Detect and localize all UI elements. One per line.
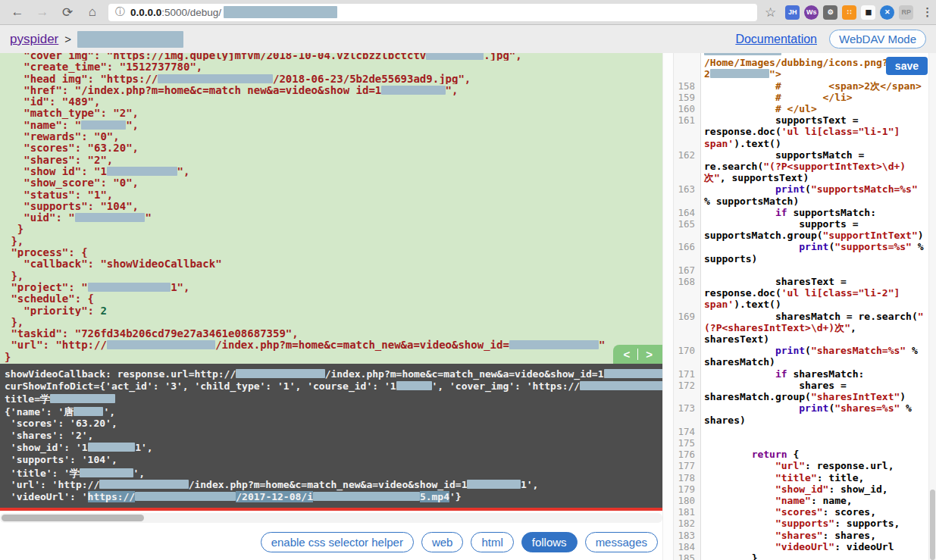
line-number: 174 (674, 426, 701, 437)
code-text[interactable] (701, 264, 936, 276)
rp-extension-icon[interactable]: RP (899, 5, 913, 20)
line-number: 167 (674, 264, 701, 276)
back-icon[interactable]: ← (10, 5, 25, 20)
code-text[interactable]: "show_id": show_id, (701, 483, 936, 495)
home-icon[interactable]: ⌂ (85, 5, 100, 20)
code-line: 177 "url": response.url, (674, 460, 936, 471)
code-line: 184 "videoUrl": videoUrl (674, 541, 936, 552)
line-number: 163 (674, 183, 701, 206)
code-text[interactable] (701, 426, 936, 437)
tab-follows[interactable]: follows (521, 532, 578, 552)
run-output-console[interactable]: showVideoCallback: response.url=http:///… (0, 364, 662, 508)
browser-menu-icon[interactable]: ⋮ (922, 5, 933, 19)
editor-code[interactable]: /Home/Images/dubbing/icons.png?2">158 # … (674, 53, 936, 560)
line-number: 180 (674, 495, 701, 506)
redacted-project-name (77, 31, 183, 48)
code-text[interactable]: "name": name, (701, 495, 936, 506)
task-json-line: "taskid": "726fd34b206cd79e27a3461e08687… (5, 327, 662, 339)
console-line: 'supports': '104', (5, 454, 662, 466)
code-text[interactable] (701, 437, 936, 449)
code-text[interactable]: sharesText = response.doc('ul li[class="… (701, 276, 936, 311)
task-json-line: } (5, 351, 662, 362)
code-line: 167 (674, 264, 936, 276)
code-text[interactable]: supportsText = response.doc('ul li[class… (701, 114, 936, 149)
editor-scroll-thumb[interactable] (930, 490, 935, 560)
save-button[interactable]: save (886, 57, 928, 75)
redacted-text (704, 53, 781, 55)
line-number: 159 (674, 92, 701, 103)
bookmark-star-icon[interactable]: ☆ (765, 5, 776, 20)
documentation-link[interactable]: Documentation (735, 33, 817, 46)
code-line: 164 if supportsMatch: (674, 207, 936, 218)
line-number: 179 (674, 483, 701, 495)
code-text[interactable]: "videoUrl": videoUrl (701, 541, 936, 552)
code-text[interactable]: "url": response.url, (701, 460, 936, 471)
code-text[interactable]: if supportsMatch: (701, 207, 936, 218)
blue-circle-extension-icon[interactable]: ✕ (880, 5, 894, 20)
redacted-text (81, 120, 126, 130)
task-json-line: }, (5, 270, 662, 281)
editor-scrollbar[interactable] (928, 53, 936, 560)
next-task-button[interactable]: > (646, 348, 653, 361)
code-text[interactable]: print("supportsMatch=%s" % supportsMatch… (701, 183, 936, 206)
url-bar[interactable]: ⓘ 0.0.0.0:5000/debug/ (108, 4, 757, 21)
code-text[interactable]: print("sharesMatch=%s" % sharesMatch) (701, 345, 936, 368)
code-text[interactable]: "title": title, (701, 472, 936, 483)
redacted-text (580, 381, 662, 390)
line-number: 166 (674, 241, 701, 264)
webdav-mode-button[interactable]: WebDAV Mode (829, 30, 926, 48)
enable-css-selector-helper-button[interactable]: enable css selector helper (261, 532, 414, 552)
qr-code-icon[interactable]: ▦ (861, 5, 875, 20)
url-host: 0.0.0.0 (130, 7, 161, 18)
page-info-icon[interactable]: ⓘ (115, 5, 125, 19)
redacted-text (426, 53, 484, 60)
tab-web[interactable]: web (421, 532, 464, 552)
code-text[interactable]: "shares": shares, (701, 530, 936, 541)
console-scroll-thumb[interactable] (2, 515, 144, 521)
code-text[interactable]: "supports": supports, (701, 518, 936, 529)
reload-icon[interactable]: ⟳ (60, 5, 75, 20)
code-text[interactable]: # </li> (701, 92, 936, 103)
code-text[interactable]: shares = sharesMatch.group("sharesIntTex… (701, 380, 936, 402)
extensions-tray: JHWs⚙∷▦✕RP (785, 5, 913, 20)
code-text[interactable]: print("shares=%s" % shares) (701, 402, 936, 425)
result-tabs-row: enable css selector helper web html foll… (0, 532, 673, 552)
line-number: 160 (674, 103, 701, 114)
code-text[interactable]: if sharesMatch: (701, 368, 936, 380)
code-text[interactable]: } (701, 552, 936, 560)
code-text[interactable]: print("supports=%s" % supports) (701, 241, 936, 264)
task-json-line: "id": "489", (5, 95, 662, 107)
react-devtools-icon[interactable]: ⚙ (823, 5, 837, 20)
code-line: 160 # </ul> (674, 103, 936, 114)
console-horizontal-scrollbar[interactable] (0, 513, 662, 523)
tab-messages[interactable]: messages (585, 532, 658, 552)
redacted-text (74, 407, 103, 416)
forward-icon[interactable]: → (35, 5, 50, 20)
code-text[interactable]: return { (701, 449, 936, 460)
left-column: "cover_img": "https://img.qupelyjmfvm/20… (0, 53, 673, 560)
script-editor-panel[interactable]: /Home/Images/dubbing/icons.png?2">158 # … (673, 53, 936, 560)
code-text[interactable]: sharesMatch = re.search("(?P<sharesIntTe… (701, 311, 936, 346)
code-line: 175 (674, 437, 936, 449)
redacted-text (710, 69, 769, 78)
line-number: 162 (674, 149, 701, 184)
pyspider-home-link[interactable]: pyspider (10, 32, 58, 47)
tab-html[interactable]: html (471, 532, 513, 552)
code-text[interactable]: # </ul> (701, 103, 936, 114)
task-json-line: "create_time": "1512737780", (5, 61, 662, 72)
code-text[interactable]: supportsMatch = re.search("(?P<supportIn… (701, 149, 936, 184)
code-text[interactable]: "scores": scores, (701, 506, 936, 518)
code-line: 169 sharesMatch = re.search("(?P<sharesI… (674, 311, 936, 346)
code-text[interactable]: # <span>2次</span> (701, 80, 936, 92)
task-json-panel[interactable]: "cover_img": "https://img.qupelyjmfvm/20… (0, 53, 662, 364)
orange-extension-icon[interactable]: ∷ (842, 5, 856, 20)
code-text[interactable]: supports = supportsMatch.group("supportI… (701, 218, 936, 241)
line-number: 185 (674, 552, 701, 560)
debug-main-area: "cover_img": "https://img.qupelyjmfvm/20… (0, 53, 936, 560)
prev-task-button[interactable]: < (623, 348, 630, 361)
ws-extension-icon[interactable]: Ws (804, 5, 819, 20)
jh-extension-icon[interactable]: JH (785, 5, 800, 20)
code-line: 178 "title": title, (674, 472, 936, 483)
console-line: curShowInfoDict={'act_id': '3', 'child_t… (5, 380, 662, 393)
redacted-text (604, 369, 663, 378)
